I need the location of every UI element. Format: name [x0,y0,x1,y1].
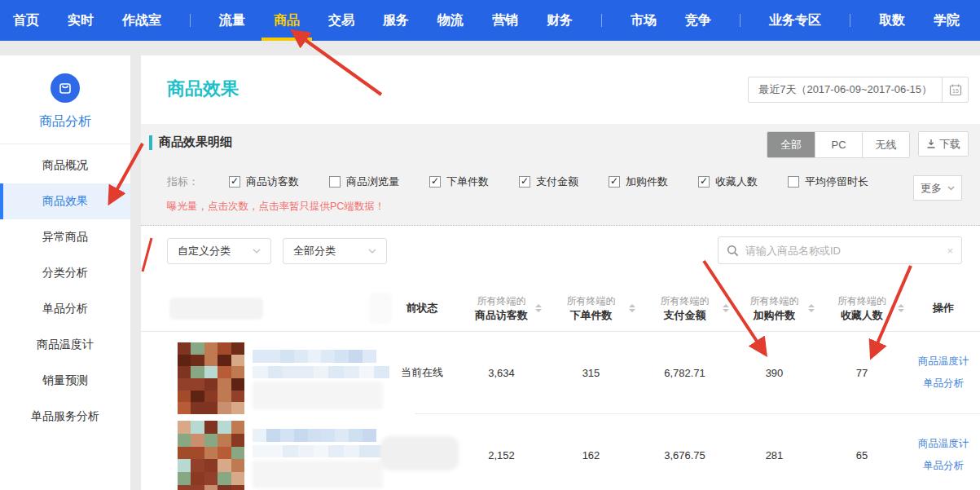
header-visitors[interactable]: 所有终端的 商品访客数 [459,285,544,331]
nav-item-warroom[interactable]: 作战室 [122,0,161,41]
checkbox-icon[interactable] [229,176,240,188]
section-title-row: 商品效果明细 [149,135,232,150]
sort-icon[interactable] [629,304,635,312]
section-title: 商品效果明细 [159,135,232,150]
download-icon [926,139,936,149]
nav-item-finance[interactable]: 财务 [547,0,573,41]
nav-item-competition[interactable]: 竞争 [685,0,711,41]
date-range-label: 最近7天（2017-06-09~2017-06-15） [749,77,942,102]
header-orders[interactable]: 所有终端的 下单件数 [544,285,638,331]
main-content: 商品效果 最近7天（2017-06-09~2017-06-15） 15 商品效果… [141,55,980,490]
blurred-product-meta [253,461,383,488]
metric-checkbox-orders[interactable]: 下单件数 [429,174,489,189]
metric-checkbox-visitors[interactable]: 商品访客数 [229,174,299,189]
sort-icon[interactable] [898,304,904,312]
all-category-select[interactable]: 全部分类 [283,238,387,264]
status-cell: 当前在线 [385,332,459,413]
nav-item-market[interactable]: 市场 [631,0,657,41]
sidebar-item-sales-forecast[interactable]: 销量预测 [0,363,130,399]
nav-divider [601,14,602,27]
sidebar-menu: 商品概况 商品效果 异常商品 分类分析 单品分析 商品温度计 销量预测 单品服务… [0,144,130,435]
download-label: 下载 [939,137,960,152]
nav-divider [850,14,850,27]
sidebar-item-category-analysis[interactable]: 分类分析 [0,255,130,291]
sidebar-item-single-item-analysis[interactable]: 单品分析 [0,291,130,327]
table-header: 前状态 所有终端的 商品访客数 所有终端的 下单件数 所有终端的 支付金额 所有… [141,285,980,332]
chevron-down-icon [253,249,261,254]
download-button[interactable]: 下载 [918,131,969,157]
thermometer-link[interactable]: 商品温度计 [918,355,969,369]
payment-value: 6,782.71 [638,332,732,413]
table-row: 2,152 162 3,676.75 281 65 商品温度计 单品分析 [141,414,980,490]
metric-checkbox-stay-time[interactable]: 平均停留时长 [788,174,868,189]
sort-icon[interactable] [723,304,729,312]
blurred-product-meta [253,382,383,409]
clear-search-icon[interactable]: × [947,245,953,257]
sidebar-item-single-service-analysis[interactable]: 单品服务分析 [0,399,130,435]
more-button[interactable]: 更多 [913,175,962,201]
metrics-row: 指标： 商品访客数 商品浏览量 下单件数 支付金额 加购件数 收藏人数 平均停留… [167,174,868,189]
checkbox-icon[interactable] [609,176,620,188]
checkbox-icon[interactable] [329,176,341,188]
checkbox-icon[interactable] [788,176,799,188]
sidebar-item-abnormal-products[interactable]: 异常商品 [0,219,130,255]
sort-icon[interactable] [535,304,542,312]
toggle-pc-button[interactable]: PC [815,132,862,157]
product-cell-blurred [141,332,385,413]
orders-value: 162 [544,414,638,490]
nav-item-realtime[interactable]: 实时 [68,0,94,41]
visitors-value: 2,152 [459,414,544,490]
calendar-icon[interactable]: 15 [942,77,968,102]
nav-item-service[interactable]: 服务 [383,0,409,41]
header-cart[interactable]: 所有终端的 加购件数 [732,285,817,331]
svg-text:15: 15 [952,88,959,94]
checkbox-icon[interactable] [519,176,530,188]
pc-data-note: 曝光量，点击次数，点击率暂只提供PC端数据！ [167,200,385,214]
status-cell-blurred [385,414,459,490]
checkbox-icon[interactable] [429,176,441,188]
blurred-header-text [369,293,392,324]
payment-value: 3,676.75 [638,414,732,490]
nav-divider [190,14,191,27]
thermometer-link[interactable]: 商品温度计 [918,437,969,451]
metric-checkbox-favorites[interactable]: 收藏人数 [698,174,758,189]
orders-value: 315 [544,332,638,413]
header-payment[interactable]: 所有终端的 支付金额 [638,285,732,331]
toggle-all-button[interactable]: 全部 [767,132,815,157]
product-search-box: × [718,236,962,264]
product-analysis-icon [51,73,80,103]
nav-item-traffic[interactable]: 流量 [219,0,245,41]
header-favorites[interactable]: 所有终端的 收藏人数 [817,285,907,331]
item-analysis-link[interactable]: 单品分析 [923,459,964,473]
cart-value: 390 [732,332,817,413]
metric-checkbox-payment[interactable]: 支付金额 [519,174,578,189]
nav-item-academy[interactable]: 学院 [934,0,960,41]
nav-item-business-zone[interactable]: 业务专区 [769,0,821,41]
nav-divider [740,14,740,27]
nav-item-marketing[interactable]: 营销 [492,0,518,41]
nav-item-data-fetch[interactable]: 取数 [879,0,905,41]
custom-category-select[interactable]: 自定义分类 [167,238,271,264]
blurred-product-image [178,342,244,414]
blurred-header-text [169,298,263,320]
nav-item-logistics[interactable]: 物流 [437,0,464,41]
action-column-header: 操作 [907,285,980,331]
action-cell: 商品温度计 单品分析 [907,332,980,413]
date-range-picker[interactable]: 最近7天（2017-06-09~2017-06-15） 15 [748,77,969,103]
sidebar-item-product-thermometer[interactable]: 商品温度计 [0,327,130,363]
nav-item-trade[interactable]: 交易 [328,0,354,41]
table-row: 当前在线 3,634 315 6,782.71 390 77 商品温度计 单品分… [141,332,980,413]
sidebar-item-product-overview[interactable]: 商品概况 [0,148,130,183]
metric-checkbox-cart[interactable]: 加购件数 [609,174,668,189]
sidebar-item-product-effect[interactable]: 商品效果 [0,183,130,219]
metric-checkbox-pageviews[interactable]: 商品浏览量 [329,174,399,189]
table-panel: 自定义分类 全部分类 × [141,226,980,490]
search-icon [727,245,739,257]
toggle-wireless-button[interactable]: 无线 [862,132,909,157]
item-analysis-link[interactable]: 单品分析 [923,377,964,391]
search-input[interactable] [745,245,940,257]
sort-icon[interactable] [808,304,815,312]
checkbox-icon[interactable] [698,176,710,188]
nav-item-product[interactable]: 商品 [274,0,300,41]
nav-item-home[interactable]: 首页 [13,0,39,41]
